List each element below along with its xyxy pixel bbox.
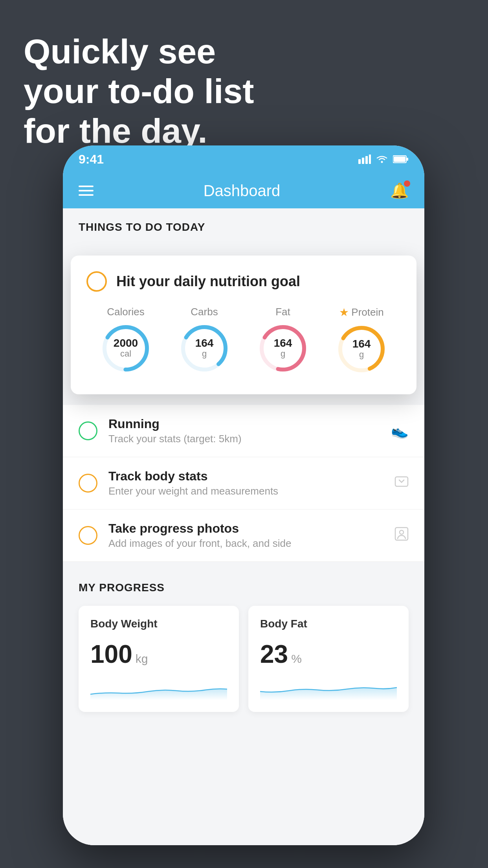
body-fat-chart — [260, 677, 397, 700]
content-area: THINGS TO DO TODAY Hit your daily nutrit… — [63, 208, 424, 845]
status-bar: 9:41 — [63, 145, 424, 173]
notification-dot — [404, 180, 410, 187]
todo-sub-body-stats: Enter your weight and measurements — [108, 485, 383, 497]
body-fat-card[interactable]: Body Fat 23 % — [248, 606, 409, 712]
carbs-value: 164 g — [195, 338, 214, 359]
nav-bar: Dashboard 🔔 — [63, 173, 424, 208]
carbs-label: Carbs — [191, 306, 218, 318]
todo-name-running: Running — [108, 417, 380, 431]
progress-section: MY PROGRESS Body Weight 100 kg — [63, 562, 424, 724]
body-weight-chart — [90, 677, 227, 700]
phone-frame: 9:41 — [63, 145, 424, 845]
fat-circle: 164 g — [257, 323, 308, 374]
svg-rect-0 — [358, 159, 361, 164]
body-weight-unit: kg — [136, 652, 148, 666]
calories-label: Calories — [107, 306, 144, 318]
battery-icon — [393, 155, 409, 164]
signal-icon — [358, 154, 371, 164]
svg-rect-2 — [365, 156, 368, 164]
todo-item-photos[interactable]: Take progress photos Add images of your … — [63, 509, 424, 562]
svg-rect-1 — [362, 158, 364, 164]
body-fat-title: Body Fat — [260, 618, 397, 630]
svg-rect-3 — [369, 154, 371, 164]
nutrition-circles: Calories 2000 cal Carbs — [86, 306, 401, 375]
body-fat-value-row: 23 % — [260, 640, 397, 669]
body-weight-title: Body Weight — [90, 618, 227, 630]
todo-circle-running — [79, 421, 97, 440]
shoe-icon: 👟 — [391, 423, 409, 439]
headline-line1: Quickly see — [24, 31, 254, 71]
status-icons — [358, 154, 409, 164]
calories-circle-item: Calories 2000 cal — [100, 306, 151, 374]
protein-value: 164 g — [352, 338, 371, 360]
svg-rect-16 — [395, 477, 408, 486]
svg-rect-7 — [394, 156, 405, 162]
headline: Quickly see your to-do list for the day. — [24, 31, 254, 151]
things-to-do-title: THINGS TO DO TODAY — [79, 221, 409, 234]
things-to-do-header: THINGS TO DO TODAY — [63, 208, 424, 240]
fat-label: Fat — [275, 306, 290, 318]
todo-text-photos: Take progress photos Add images of your … — [108, 521, 383, 550]
body-weight-value-row: 100 kg — [90, 640, 227, 669]
protein-circle-item: ★ Protein 164 g — [336, 306, 387, 375]
svg-rect-6 — [407, 158, 408, 161]
svg-point-4 — [381, 161, 383, 163]
fat-circle-item: Fat 164 g — [257, 306, 308, 374]
hamburger-icon[interactable] — [79, 186, 94, 196]
todo-list: Running Track your stats (target: 5km) 👟… — [63, 405, 424, 562]
nutrition-card-header: Hit your daily nutrition goal — [86, 271, 401, 292]
bell-icon[interactable]: 🔔 — [390, 182, 409, 199]
protein-label: Protein — [351, 306, 383, 318]
scale-icon — [394, 474, 409, 492]
nutrition-check-circle[interactable] — [86, 271, 107, 292]
person-icon — [394, 527, 409, 544]
progress-cards: Body Weight 100 kg — [79, 606, 409, 712]
todo-text-running: Running Track your stats (target: 5km) — [108, 417, 380, 445]
todo-text-body-stats: Track body stats Enter your weight and m… — [108, 469, 383, 497]
protein-label-row: ★ Protein — [339, 306, 383, 319]
body-fat-unit: % — [291, 652, 302, 666]
todo-sub-running: Track your stats (target: 5km) — [108, 433, 380, 445]
carbs-circle-item: Carbs 164 g — [179, 306, 230, 374]
status-time: 9:41 — [79, 152, 104, 167]
todo-name-body-stats: Track body stats — [108, 469, 383, 484]
nav-title: Dashboard — [204, 182, 281, 200]
headline-line2: your to-do list — [24, 71, 254, 111]
svg-point-18 — [400, 530, 404, 534]
body-weight-card[interactable]: Body Weight 100 kg — [79, 606, 239, 712]
nutrition-card-title: Hit your daily nutrition goal — [116, 273, 300, 290]
todo-item-running[interactable]: Running Track your stats (target: 5km) 👟 — [63, 405, 424, 457]
todo-circle-photos — [79, 526, 97, 545]
calories-circle: 2000 cal — [100, 323, 151, 374]
body-weight-num: 100 — [90, 640, 132, 669]
fat-value: 164 g — [274, 338, 292, 359]
nutrition-card: Hit your daily nutrition goal Calories 2… — [71, 256, 416, 394]
todo-sub-photos: Add images of your front, back, and side — [108, 537, 383, 550]
carbs-circle: 164 g — [179, 323, 230, 374]
wifi-icon — [376, 154, 388, 164]
todo-item-body-stats[interactable]: Track body stats Enter your weight and m… — [63, 457, 424, 509]
todo-circle-body-stats — [79, 474, 97, 493]
body-fat-num: 23 — [260, 640, 288, 669]
star-icon: ★ — [339, 306, 349, 319]
calories-value: 2000 cal — [114, 338, 138, 359]
headline-line3: for the day. — [24, 111, 254, 151]
todo-name-photos: Take progress photos — [108, 521, 383, 536]
progress-title: MY PROGRESS — [79, 581, 409, 594]
protein-circle: 164 g — [336, 324, 387, 375]
